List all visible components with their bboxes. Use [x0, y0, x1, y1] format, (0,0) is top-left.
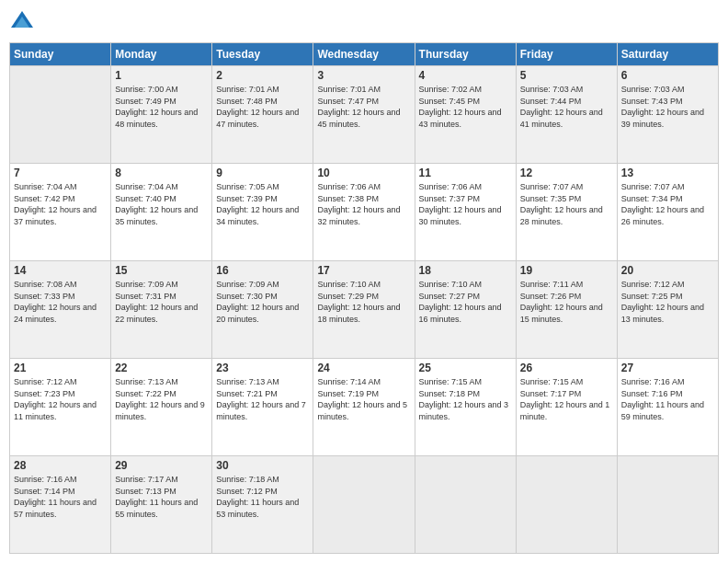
day-info: Sunrise: 7:06 AMSunset: 7:37 PMDaylight:… [419, 181, 512, 227]
day-number: 1 [115, 69, 208, 82]
calendar-header-row: SundayMondayTuesdayWednesdayThursdayFrid… [10, 43, 719, 66]
day-number: 13 [621, 167, 714, 179]
day-info: Sunrise: 7:08 AMSunset: 7:33 PMDaylight:… [14, 279, 107, 325]
day-info: Sunrise: 7:03 AMSunset: 7:43 PMDaylight:… [621, 84, 714, 130]
daylight-label: Daylight: 12 hours and 43 minutes. [419, 108, 502, 129]
sunrise-label: Sunrise: 7:17 AM [115, 475, 178, 484]
daylight-label: Daylight: 12 hours and 32 minutes. [317, 205, 400, 226]
calendar-cell: 5Sunrise: 7:03 AMSunset: 7:44 PMDaylight… [516, 66, 617, 164]
daylight-label: Daylight: 12 hours and 3 minutes. [419, 400, 509, 421]
calendar-cell: 29Sunrise: 7:17 AMSunset: 7:13 PMDayligh… [111, 456, 212, 554]
daylight-label: Daylight: 12 hours and 41 minutes. [520, 108, 603, 129]
sunset-label: Sunset: 7:26 PM [520, 292, 582, 301]
calendar-cell: 8Sunrise: 7:04 AMSunset: 7:40 PMDaylight… [111, 164, 212, 261]
day-info: Sunrise: 7:07 AMSunset: 7:34 PMDaylight:… [621, 181, 714, 227]
daylight-label: Daylight: 11 hours and 53 minutes. [216, 498, 299, 519]
day-number: 29 [115, 459, 208, 472]
day-info: Sunrise: 7:16 AMSunset: 7:14 PMDaylight:… [14, 474, 107, 520]
calendar-row: 1Sunrise: 7:00 AMSunset: 7:49 PMDaylight… [10, 66, 719, 164]
calendar-cell: 10Sunrise: 7:06 AMSunset: 7:38 PMDayligh… [313, 164, 415, 261]
sunrise-label: Sunrise: 7:16 AM [14, 475, 77, 484]
daylight-label: Daylight: 12 hours and 7 minutes. [216, 400, 306, 421]
daylight-label: Daylight: 12 hours and 35 minutes. [115, 205, 198, 226]
sunset-label: Sunset: 7:12 PM [216, 487, 278, 496]
day-number: 30 [216, 459, 309, 472]
sunset-label: Sunset: 7:49 PM [115, 97, 176, 106]
sunrise-label: Sunrise: 7:04 AM [115, 182, 178, 191]
day-info: Sunrise: 7:12 AMSunset: 7:23 PMDaylight:… [14, 376, 107, 422]
daylight-label: Daylight: 12 hours and 45 minutes. [317, 108, 400, 129]
daylight-label: Daylight: 12 hours and 28 minutes. [520, 205, 603, 226]
day-number: 16 [216, 264, 309, 277]
day-number: 7 [14, 167, 107, 179]
calendar-cell: 24Sunrise: 7:14 AMSunset: 7:19 PMDayligh… [313, 359, 415, 456]
day-number: 27 [621, 362, 714, 374]
calendar-cell: 23Sunrise: 7:13 AMSunset: 7:21 PMDayligh… [212, 359, 313, 456]
sunset-label: Sunset: 7:35 PM [520, 194, 582, 203]
sunrise-label: Sunrise: 7:03 AM [520, 85, 584, 94]
day-info: Sunrise: 7:04 AMSunset: 7:42 PMDaylight:… [14, 181, 107, 227]
col-header-saturday: Saturday [617, 43, 718, 66]
day-info: Sunrise: 7:02 AMSunset: 7:45 PMDaylight:… [419, 84, 512, 130]
col-header-monday: Monday [111, 43, 212, 66]
sunset-label: Sunset: 7:44 PM [520, 97, 582, 106]
day-number: 18 [419, 264, 512, 277]
calendar-cell: 21Sunrise: 7:12 AMSunset: 7:23 PMDayligh… [10, 359, 111, 456]
sunrise-label: Sunrise: 7:00 AM [115, 85, 178, 94]
sunrise-label: Sunrise: 7:06 AM [317, 182, 381, 191]
col-header-thursday: Thursday [415, 43, 516, 66]
daylight-label: Daylight: 12 hours and 30 minutes. [419, 205, 502, 226]
day-number: 24 [317, 362, 410, 374]
daylight-label: Daylight: 11 hours and 57 minutes. [14, 498, 97, 519]
day-number: 15 [115, 264, 208, 277]
calendar-cell: 3Sunrise: 7:01 AMSunset: 7:47 PMDaylight… [313, 66, 415, 164]
daylight-label: Daylight: 12 hours and 16 minutes. [419, 303, 502, 324]
sunrise-label: Sunrise: 7:09 AM [115, 280, 178, 289]
sunset-label: Sunset: 7:16 PM [621, 389, 683, 398]
day-info: Sunrise: 7:10 AMSunset: 7:29 PMDaylight:… [317, 279, 410, 325]
day-number: 10 [317, 167, 410, 179]
day-info: Sunrise: 7:13 AMSunset: 7:21 PMDaylight:… [216, 376, 309, 422]
daylight-label: Daylight: 12 hours and 11 minutes. [14, 400, 97, 421]
calendar-cell: 1Sunrise: 7:00 AMSunset: 7:49 PMDaylight… [111, 66, 212, 164]
daylight-label: Daylight: 12 hours and 22 minutes. [115, 303, 198, 324]
calendar-cell: 27Sunrise: 7:16 AMSunset: 7:16 PMDayligh… [617, 359, 718, 456]
calendar-cell: 17Sunrise: 7:10 AMSunset: 7:29 PMDayligh… [313, 261, 415, 359]
sunset-label: Sunset: 7:39 PM [216, 194, 278, 203]
sunrise-label: Sunrise: 7:03 AM [621, 85, 685, 94]
sunset-label: Sunset: 7:31 PM [115, 292, 176, 301]
col-header-sunday: Sunday [10, 43, 111, 66]
sunset-label: Sunset: 7:47 PM [317, 97, 379, 106]
daylight-label: Daylight: 12 hours and 5 minutes. [317, 400, 407, 421]
sunset-label: Sunset: 7:25 PM [621, 292, 683, 301]
sunrise-label: Sunrise: 7:14 AM [317, 377, 381, 386]
day-number: 28 [14, 459, 107, 472]
day-number: 19 [520, 264, 613, 277]
calendar-cell: 18Sunrise: 7:10 AMSunset: 7:27 PMDayligh… [415, 261, 516, 359]
day-info: Sunrise: 7:15 AMSunset: 7:18 PMDaylight:… [419, 376, 512, 422]
calendar-cell: 25Sunrise: 7:15 AMSunset: 7:18 PMDayligh… [415, 359, 516, 456]
sunset-label: Sunset: 7:27 PM [419, 292, 481, 301]
day-number: 25 [419, 362, 512, 374]
sunset-label: Sunset: 7:30 PM [216, 292, 278, 301]
col-header-wednesday: Wednesday [313, 43, 415, 66]
sunrise-label: Sunrise: 7:18 AM [216, 475, 279, 484]
sunrise-label: Sunrise: 7:05 AM [216, 182, 279, 191]
sunrise-label: Sunrise: 7:07 AM [520, 182, 584, 191]
daylight-label: Daylight: 12 hours and 37 minutes. [14, 205, 97, 226]
day-info: Sunrise: 7:16 AMSunset: 7:16 PMDaylight:… [621, 376, 714, 422]
calendar-cell: 9Sunrise: 7:05 AMSunset: 7:39 PMDaylight… [212, 164, 313, 261]
sunrise-label: Sunrise: 7:12 AM [621, 280, 685, 289]
sunset-label: Sunset: 7:17 PM [520, 389, 582, 398]
day-info: Sunrise: 7:01 AMSunset: 7:47 PMDaylight:… [317, 84, 410, 130]
sunset-label: Sunset: 7:38 PM [317, 194, 379, 203]
sunrise-label: Sunrise: 7:08 AM [14, 280, 77, 289]
sunset-label: Sunset: 7:21 PM [216, 389, 278, 398]
day-info: Sunrise: 7:09 AMSunset: 7:31 PMDaylight:… [115, 279, 208, 325]
calendar-row: 7Sunrise: 7:04 AMSunset: 7:42 PMDaylight… [10, 164, 719, 261]
sunrise-label: Sunrise: 7:15 AM [419, 377, 483, 386]
day-number: 9 [216, 167, 309, 179]
day-info: Sunrise: 7:00 AMSunset: 7:49 PMDaylight:… [115, 84, 208, 130]
day-info: Sunrise: 7:07 AMSunset: 7:35 PMDaylight:… [520, 181, 613, 227]
daylight-label: Daylight: 12 hours and 24 minutes. [14, 303, 97, 324]
